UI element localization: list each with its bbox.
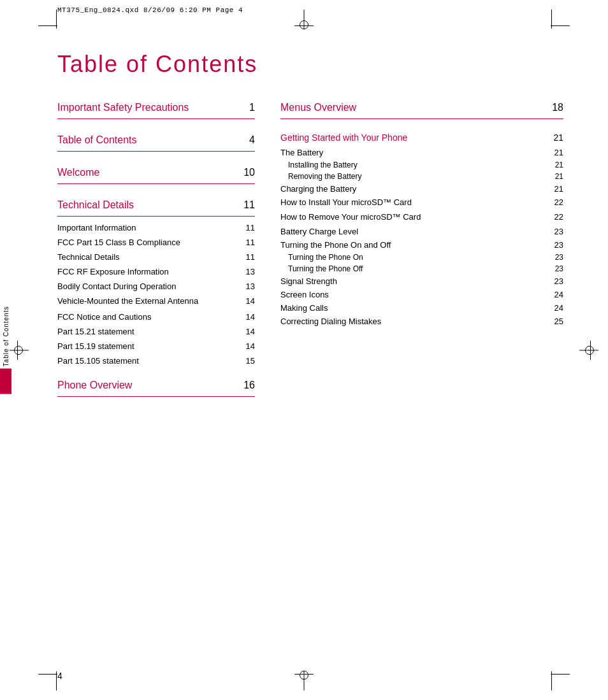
toc-title-toc: Table of Contents — [57, 134, 242, 146]
left-column: Important Safety Precautions 1 Table of … — [57, 97, 255, 401]
toc-title-phone-overview: Phone Overview — [57, 380, 242, 391]
toc-sub-title-technical-details: Technical Details — [57, 252, 242, 262]
toc-page-menus: 18 — [547, 102, 563, 113]
crop-mark-tr-h — [551, 25, 570, 26]
toc-sub-page-screen-icons: 24 — [547, 290, 563, 299]
toc-sub-page-turning-on: 23 — [547, 253, 563, 262]
crop-mark-tr-v — [551, 10, 552, 29]
toc-sub-page-turning-off: 23 — [547, 264, 563, 273]
toc-sub-fcc-notice: FCC Notice and Cautions 14 — [57, 310, 255, 324]
toc-sub-removing-battery: Removing the Battery 21 — [280, 171, 563, 182]
toc-sub-page-technical-details: 11 — [242, 252, 255, 262]
toc-sub-battery-charge: Battery Charge Level 23 — [280, 225, 563, 238]
toc-sub-vehicle-mounted: Vehicle-Mounted the External Antenna 14 — [57, 294, 255, 310]
toc-sub-page-fcc-part15: 11 — [242, 238, 255, 247]
toc-sub-page-install-microsd: 22 — [547, 197, 563, 207]
toc-sub-page-battery-charge: 23 — [547, 227, 563, 236]
spacer-2 — [57, 155, 255, 162]
toc-sub-title-turning-off: Turning the Phone Off — [288, 264, 547, 273]
toc-sub-title-fcc-rf: FCC RF Exposure Information — [57, 267, 242, 276]
toc-entry-toc: Table of Contents 4 — [57, 129, 255, 152]
toc-page-welcome: 10 — [242, 167, 255, 178]
side-tab-label: Table of Contents — [3, 306, 10, 366]
toc-sub-turning-off: Turning the Phone Off 23 — [280, 263, 563, 275]
toc-sub-page-correcting-dialing: 25 — [547, 317, 563, 326]
toc-sub-correcting-dialing: Correcting Dialing Mistakes 25 — [280, 315, 563, 328]
toc-sub-page-vehicle-mounted: 14 — [242, 296, 255, 306]
toc-sub-screen-icons: Screen Icons 24 — [280, 288, 563, 301]
toc-page-getting-started: 21 — [547, 132, 563, 143]
toc-sub-making-calls: Making Calls 24 — [280, 301, 563, 315]
toc-title-welcome: Welcome — [57, 167, 242, 178]
toc-sub-title-bodily-contact: Bodily Contact During Operation — [57, 282, 242, 291]
toc-sub-title-turning-on: Turning the Phone On — [288, 253, 547, 262]
toc-sub-page-turning-on-off: 23 — [547, 240, 563, 250]
toc-sub-title-battery: The Battery — [280, 148, 547, 157]
toc-sub-page-part15105: 15 — [242, 356, 255, 366]
toc-entry-phone-overview: Phone Overview 16 — [57, 375, 255, 397]
toc-sub-page-signal-strength: 23 — [547, 276, 563, 286]
toc-sub-title-signal-strength: Signal Strength — [280, 276, 547, 286]
toc-sub-turning-on-off: Turning the Phone On and Off 23 — [280, 238, 563, 252]
crop-mark-bl-h — [38, 674, 57, 675]
toc-sub-signal-strength: Signal Strength 23 — [280, 275, 563, 288]
toc-sub-title-making-calls: Making Calls — [280, 303, 547, 313]
toc-sub-title-fcc-part15: FCC Part 15 Class B Compliance — [57, 238, 242, 247]
reg-circle-right — [585, 346, 594, 355]
toc-sub-installing-battery: Installing the Battery 21 — [280, 159, 563, 171]
toc-sub-remove-microsd: How to Remove Your microSD™ Card 22 — [280, 210, 563, 225]
toc-sub-fcc-rf: FCC RF Exposure Information 13 — [57, 264, 255, 279]
spacer-3 — [57, 188, 255, 194]
right-column: Menus Overview 18 Getting Started with Y… — [280, 97, 563, 401]
toc-sub-part15105: Part 15.105 statement 15 — [57, 354, 255, 368]
page-header: MT375_Eng_0824.qxd 8/26/09 6:20 PM Page … — [57, 6, 243, 14]
toc-sub-page-installing-battery: 21 — [547, 161, 563, 169]
toc-sub-bodily-contact: Bodily Contact During Operation 13 — [57, 279, 255, 294]
toc-sub-page-fcc-rf: 13 — [242, 267, 255, 276]
toc-sub-part1519: Part 15.19 statement 14 — [57, 339, 255, 354]
crop-mark-tl-v — [56, 10, 57, 29]
toc-sub-title-part15105: Part 15.105 statement — [57, 356, 242, 366]
toc-sub-page-bodily-contact: 13 — [242, 282, 255, 291]
toc-sub-page-fcc-notice: 14 — [242, 312, 255, 322]
toc-sub-title-turning-on-off: Turning the Phone On and Off — [280, 240, 547, 250]
toc-sub-page-important-info: 11 — [242, 223, 255, 232]
toc-sub-technical-details: Technical Details 11 — [57, 250, 255, 264]
toc-sub-title-battery-charge: Battery Charge Level — [280, 227, 547, 236]
toc-sub-title-important-info: Important Information — [57, 223, 242, 232]
toc-sub-page-part1521: 14 — [242, 327, 255, 336]
toc-sub-title-part1521: Part 15.21 statement — [57, 327, 242, 336]
header-filename: MT375_Eng_0824.qxd 8/26/09 6:20 PM Page … — [57, 6, 243, 14]
toc-sub-turning-on: Turning the Phone On 23 — [280, 252, 563, 263]
toc-sub-part1521: Part 15.21 statement 14 — [57, 324, 255, 339]
toc-sub-title-removing-battery: Removing the Battery — [288, 172, 547, 181]
toc-title-getting-started: Getting Started with Your Phone — [280, 132, 547, 143]
toc-page-safety: 1 — [242, 102, 255, 113]
toc-title-safety: Important Safety Precautions — [57, 102, 242, 113]
toc-sub-important-info: Important Information 11 — [57, 220, 255, 235]
toc-sub-fcc-part15: FCC Part 15 Class B Compliance 11 — [57, 235, 255, 250]
toc-entry-getting-started: Getting Started with Your Phone 21 — [280, 129, 563, 146]
spacer-r1 — [280, 123, 563, 129]
page-title: Table of Contents — [57, 51, 563, 78]
side-tab: Table of Contents — [0, 306, 11, 394]
toc-title-menus: Menus Overview — [280, 102, 547, 113]
toc-columns: Important Safety Precautions 1 Table of … — [57, 97, 563, 401]
toc-sub-page-part1519: 14 — [242, 341, 255, 351]
toc-title-technical: Technical Details — [57, 199, 242, 211]
toc-page-phone-overview: 16 — [242, 380, 255, 391]
reg-circle-left — [14, 346, 23, 355]
toc-sub-title-correcting-dialing: Correcting Dialing Mistakes — [280, 317, 547, 326]
toc-sub-title-remove-microsd: How to Remove Your microSD™ Card — [280, 212, 547, 223]
toc-sub-title-install-microsd: How to Install Your microSD™ Card — [280, 197, 547, 208]
toc-sub-page-charging-battery: 21 — [547, 184, 563, 194]
toc-page-toc: 4 — [242, 134, 255, 146]
toc-sub-title-installing-battery: Installing the Battery — [288, 161, 547, 169]
toc-sub-title-vehicle-mounted: Vehicle-Mounted the External Antenna — [57, 296, 242, 307]
toc-sub-page-removing-battery: 21 — [547, 172, 563, 181]
toc-entry-menus: Menus Overview 18 — [280, 97, 563, 119]
toc-sub-page-remove-microsd: 22 — [547, 212, 563, 222]
toc-sub-install-microsd: How to Install Your microSD™ Card 22 — [280, 196, 563, 210]
toc-entry-welcome: Welcome 10 — [57, 162, 255, 184]
toc-entry-technical: Technical Details 11 — [57, 194, 255, 217]
